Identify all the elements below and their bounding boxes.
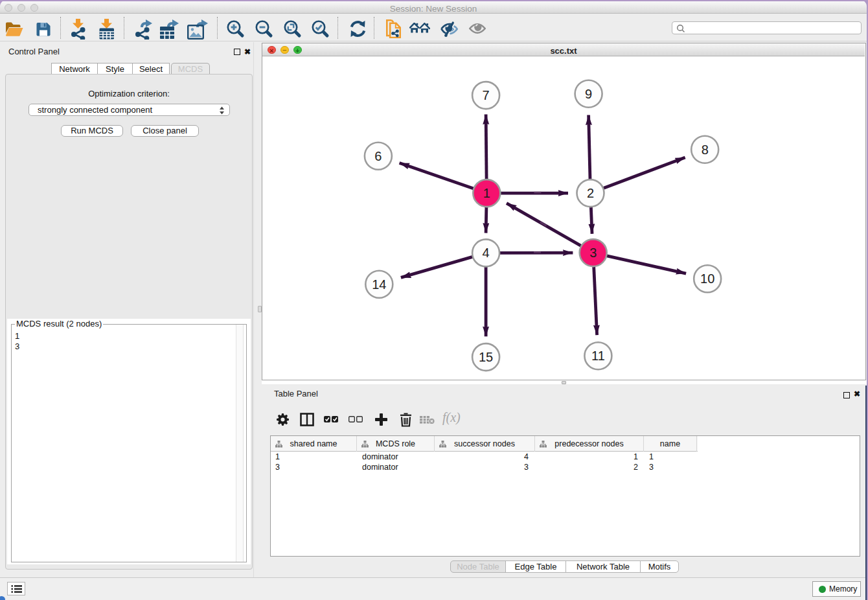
svg-text:4: 4 [483,246,490,260]
svg-text:2: 2 [587,186,594,200]
svg-text:6: 6 [374,149,382,163]
svg-text:14: 14 [372,277,386,292]
svg-text:9: 9 [585,87,592,101]
svg-text:10: 10 [700,271,714,286]
svg-text:1: 1 [483,186,490,200]
svg-text:15: 15 [479,350,493,364]
svg-text:3: 3 [589,246,597,260]
svg-text:11: 11 [591,349,605,363]
svg-text:7: 7 [483,88,490,102]
svg-text:8: 8 [702,143,709,157]
